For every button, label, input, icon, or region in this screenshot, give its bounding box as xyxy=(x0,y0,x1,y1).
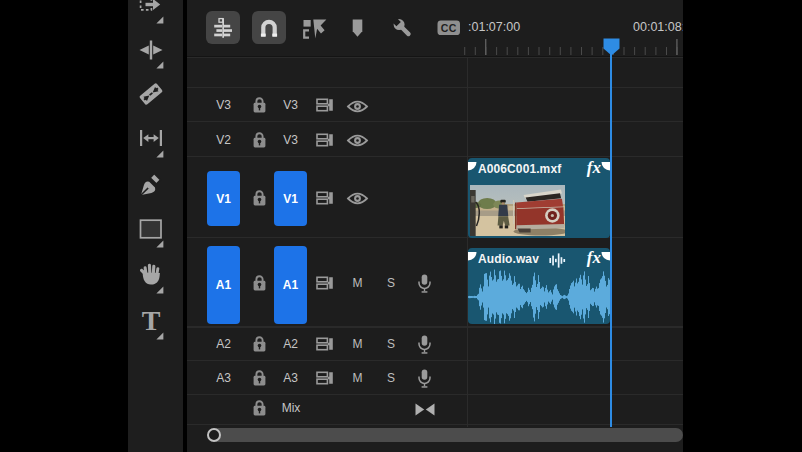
track-separator xyxy=(187,57,683,58)
track-lock-toggle[interactable] xyxy=(253,369,266,386)
track-header-a1: A1A1 MS xyxy=(187,239,460,327)
source-patch-v3[interactable]: V3 xyxy=(216,98,231,112)
audio-clip[interactable]: Audio.wavfx xyxy=(468,248,610,324)
track-header-a3: A3A3 MS xyxy=(187,361,460,395)
track-lock-toggle[interactable] xyxy=(253,399,266,416)
playhead-head[interactable] xyxy=(603,38,620,56)
sync-lock-toggle[interactable] xyxy=(316,276,334,290)
track-output-toggle[interactable] xyxy=(347,133,368,146)
sync-lock-toggle[interactable] xyxy=(316,371,334,385)
voiceover-record-toggle[interactable] xyxy=(418,369,431,388)
track-target-a2[interactable]: A2 xyxy=(283,337,298,351)
track-header-v3: V3V3 xyxy=(187,88,460,122)
mix-track-label: Mix xyxy=(282,401,301,415)
tool-flyout-indicator xyxy=(156,55,164,63)
time-gridline xyxy=(467,57,468,427)
source-patch-v1[interactable]: V1 xyxy=(207,171,240,226)
track-target-v3[interactable]: V3 xyxy=(283,98,298,112)
source-patch-a1[interactable]: A1 xyxy=(207,246,240,324)
track-header-a2: A2A2 MS xyxy=(187,327,460,361)
track-target-a1[interactable]: A1 xyxy=(274,246,307,324)
timeline-panel: CC:01:07:0000:01:08:00V3V3 V2V3 V1V1 A1A… xyxy=(187,0,683,452)
tool-flyout-indicator xyxy=(156,234,164,242)
track-lock-toggle[interactable] xyxy=(253,274,266,291)
track-header-v1: V1V1 xyxy=(187,157,460,238)
solo-toggle[interactable]: S xyxy=(387,371,395,385)
mute-toggle[interactable]: M xyxy=(353,337,363,351)
video-clip[interactable]: A006C001.mxffx xyxy=(468,158,610,238)
timeline-hscrollbar[interactable] xyxy=(211,428,683,442)
solo-toggle[interactable]: S xyxy=(387,276,395,290)
mix-keyframes-icon[interactable] xyxy=(415,402,435,415)
track-lock-toggle[interactable] xyxy=(253,189,266,206)
razor-tool[interactable] xyxy=(138,81,164,107)
track-lock-toggle[interactable] xyxy=(253,96,266,113)
track-lock-toggle[interactable] xyxy=(253,131,266,148)
source-patch-v2[interactable]: V2 xyxy=(216,133,231,147)
track-lock-toggle[interactable] xyxy=(253,335,266,352)
sync-lock-toggle[interactable] xyxy=(316,98,334,112)
pen-tool[interactable] xyxy=(138,171,164,197)
sync-lock-toggle[interactable] xyxy=(316,337,334,351)
solo-toggle[interactable]: S xyxy=(387,337,395,351)
sync-lock-toggle[interactable] xyxy=(316,191,334,205)
voiceover-record-toggle[interactable] xyxy=(418,335,431,354)
tool-flyout-indicator xyxy=(156,280,164,288)
mute-toggle[interactable]: M xyxy=(353,371,363,385)
fx-badge: fx xyxy=(587,158,601,178)
track-output-toggle[interactable] xyxy=(347,191,368,204)
track-header-v2: V2V3 xyxy=(187,122,460,157)
tool-flyout-indicator xyxy=(156,326,164,334)
mute-toggle[interactable]: M xyxy=(353,276,363,290)
clip-thumbnail xyxy=(470,185,565,236)
premiere-timeline-screenshot: T CC:01:07:0000:01:08:00V3V3 V2V3 xyxy=(0,0,802,452)
playhead-line[interactable] xyxy=(610,54,612,427)
sync-lock-toggle[interactable] xyxy=(316,133,334,147)
source-patch-a2[interactable]: A2 xyxy=(216,337,231,351)
track-output-toggle[interactable] xyxy=(347,99,368,112)
track-header-mix: Mix xyxy=(187,395,460,426)
audio-waveform xyxy=(468,248,610,324)
tools-panel: T xyxy=(128,0,183,452)
voiceover-record-toggle[interactable] xyxy=(418,274,431,293)
track-target-v1[interactable]: V1 xyxy=(274,171,307,226)
track-target-a3[interactable]: A3 xyxy=(283,371,298,385)
track-target-v2[interactable]: V3 xyxy=(283,133,298,147)
tool-flyout-indicator xyxy=(156,10,164,18)
source-patch-a3[interactable]: A3 xyxy=(216,371,231,385)
clip-title: A006C001.mxf xyxy=(478,162,561,176)
tool-flyout-indicator xyxy=(156,144,164,152)
